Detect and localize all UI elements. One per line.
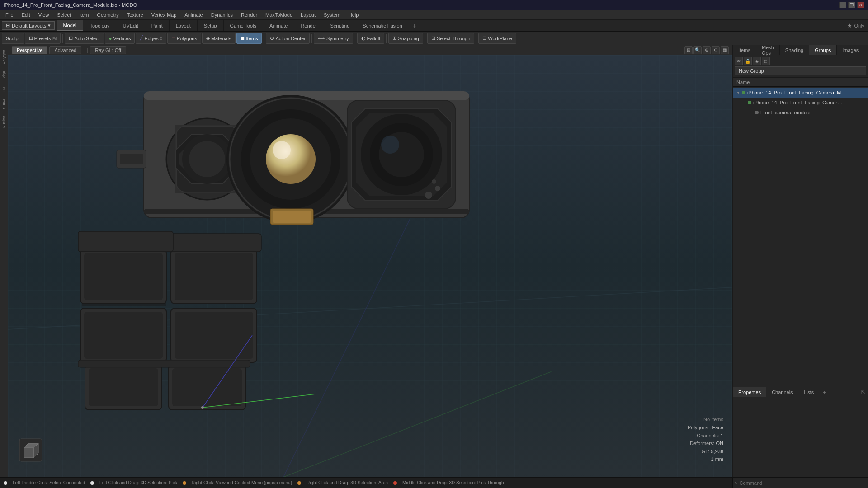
- menu-select[interactable]: Select: [53, 11, 75, 19]
- group-camera-icon[interactable]: □: [762, 57, 770, 65]
- new-group-button[interactable]: New Group: [735, 66, 866, 75]
- falloff-label: Falloff: [367, 36, 381, 41]
- sidebar-curve[interactable]: Curve: [1, 96, 7, 112]
- polygons-button[interactable]: ◻ Polygons: [167, 33, 201, 44]
- main-tabs-bar: ⊞ Default Layouts ▾ Model Topology UVEdi…: [0, 20, 868, 32]
- prop-add-tab-button[interactable]: +: [819, 387, 829, 397]
- menu-item[interactable]: Item: [75, 11, 92, 19]
- tree-item-child1[interactable]: — iPhone_14_Pro_Front_Facing_Camera_Modu…: [733, 98, 868, 108]
- tab-model[interactable]: Model: [57, 20, 83, 31]
- viewport[interactable]: Perspective Advanced | Ray GL: Off ⊞ 🔍 ⊕…: [8, 45, 732, 477]
- prop-expand-button[interactable]: ⇱: [859, 387, 868, 397]
- menu-vertexmap[interactable]: Vertex Map: [148, 11, 180, 19]
- group-lock-icon[interactable]: 🔒: [744, 57, 752, 65]
- rp-tab-items[interactable]: Items: [733, 45, 756, 55]
- tree-item-root[interactable]: iPhone_14_Pro_Front_Facing_Camera_Modul.…: [733, 88, 868, 98]
- autoselect-button[interactable]: ⊡ Auto Select: [65, 33, 104, 44]
- svg-rect-32: [120, 154, 143, 164]
- vp-settings-button[interactable]: ⚙: [712, 46, 720, 54]
- scene-tree[interactable]: iPhone_14_Pro_Front_Facing_Camera_Modul.…: [733, 87, 868, 238]
- vp-raygl[interactable]: Ray GL: Off: [90, 46, 126, 54]
- materials-button[interactable]: ◈ Materials: [202, 33, 236, 44]
- status-text-5: Middle Click and Drag: 3D Selection: Pic…: [402, 480, 504, 485]
- group-controls: 👁 🔒 ◈ □: [735, 57, 866, 65]
- workplane-button[interactable]: ⊟ WorkPlane: [478, 33, 516, 44]
- menu-edit[interactable]: Edit: [18, 11, 34, 19]
- menu-layout[interactable]: Layout: [297, 11, 319, 19]
- maximize-button[interactable]: ❐: [848, 2, 855, 8]
- rp-tab-shading[interactable]: Shading: [780, 45, 809, 55]
- tab-gametools[interactable]: Game Tools: [224, 20, 264, 31]
- menu-system[interactable]: System: [320, 11, 344, 19]
- menu-view[interactable]: View: [35, 11, 53, 19]
- minimize-button[interactable]: —: [839, 2, 846, 8]
- menu-geometry[interactable]: Geometry: [93, 11, 122, 19]
- menu-file[interactable]: File: [2, 11, 17, 19]
- vertices-button[interactable]: ● Vertices: [105, 33, 135, 44]
- tab-topology[interactable]: Topology: [83, 20, 116, 31]
- visibility-dot-child2[interactable]: [755, 111, 759, 114]
- main-content: Polygon Edge UV Curve Fusion Perspective…: [0, 45, 868, 477]
- tree-expand-icon-root[interactable]: [736, 90, 740, 95]
- sidebar-fusion[interactable]: Fusion: [1, 113, 7, 131]
- sidebar-polygon[interactable]: Polygon: [1, 47, 7, 67]
- star-icon[interactable]: ★: [847, 23, 852, 29]
- vp-grid-button[interactable]: ⊞: [684, 46, 693, 54]
- tab-schematic[interactable]: Schematic Fusion: [356, 20, 409, 31]
- visibility-dot-root[interactable]: [742, 91, 745, 94]
- menu-dynamics[interactable]: Dynamics: [208, 11, 236, 19]
- actioncenter-button[interactable]: ⊕ Action Center: [266, 33, 310, 44]
- window-controls[interactable]: — ❐ ✕: [839, 2, 864, 8]
- items-button[interactable]: ◼ Items: [236, 33, 262, 44]
- sidebar-uv[interactable]: UV: [1, 84, 7, 95]
- visibility-dot-child1[interactable]: [748, 101, 751, 104]
- presets-button[interactable]: ⊞ Presets Fil: [25, 33, 61, 44]
- symmetry-button[interactable]: ⟺ Symmetry: [314, 33, 353, 44]
- command-input[interactable]: [739, 480, 866, 486]
- sidebar-edge[interactable]: Edge: [1, 68, 7, 83]
- close-button[interactable]: ✕: [857, 2, 864, 8]
- prop-tab-lists[interactable]: Lists: [798, 387, 820, 397]
- rp-tab-meshops[interactable]: Mesh Ops: [756, 45, 780, 55]
- svg-rect-55: [24, 448, 34, 458]
- menu-maxtomodo[interactable]: MaxToModo: [262, 11, 296, 19]
- rp-add-tab-button[interactable]: +: [864, 45, 868, 55]
- vp-layout-button[interactable]: ▦: [721, 46, 729, 54]
- snapping-button[interactable]: ⊞ Snapping: [388, 33, 423, 44]
- svg-rect-37: [82, 303, 166, 306]
- tab-layout[interactable]: Layout: [170, 20, 198, 31]
- vp-center-button[interactable]: ⊕: [703, 46, 711, 54]
- tab-uvedit[interactable]: UVEdit: [116, 20, 145, 31]
- right-panel: Items Mesh Ops Shading Groups Images + ✕…: [732, 45, 868, 477]
- vp-tab-advanced[interactable]: Advanced: [49, 46, 81, 54]
- menu-help[interactable]: Help: [345, 11, 363, 19]
- group-vis-icon[interactable]: 👁: [735, 57, 743, 65]
- prop-tab-properties[interactable]: Properties: [733, 387, 766, 397]
- vp-zoom-button[interactable]: 🔍: [693, 46, 702, 54]
- vertices-label: Vertices: [113, 36, 131, 41]
- tab-render[interactable]: Render: [294, 20, 324, 31]
- menu-animate[interactable]: Animate: [181, 11, 206, 19]
- falloff-button[interactable]: ◐ Falloff: [357, 33, 385, 44]
- tab-setup[interactable]: Setup: [198, 20, 224, 31]
- menu-texture[interactable]: Texture: [123, 11, 147, 19]
- tree-item-root-label: iPhone_14_Pro_Front_Facing_Camera_Modul.…: [747, 90, 847, 95]
- svg-point-53: [201, 406, 204, 409]
- tab-paint[interactable]: Paint: [145, 20, 170, 31]
- selectthrough-button[interactable]: ⊡ Select Through: [427, 33, 474, 44]
- tree-item-child2[interactable]: — Front_camera_module: [733, 108, 868, 117]
- edges-count: 2: [160, 36, 162, 41]
- tab-animate[interactable]: Animate: [263, 20, 294, 31]
- prop-tab-channels[interactable]: Channels: [766, 387, 798, 397]
- group-render-icon[interactable]: ◈: [753, 57, 761, 65]
- tab-scripting[interactable]: Scripting: [324, 20, 357, 31]
- name-column-header: Name: [736, 80, 750, 85]
- sculpt-button[interactable]: Sculpt: [2, 33, 24, 44]
- add-tab-button[interactable]: +: [409, 20, 420, 31]
- layout-selector[interactable]: ⊞ Default Layouts ▾: [2, 21, 55, 30]
- menu-render[interactable]: Render: [237, 11, 261, 19]
- vp-tab-perspective[interactable]: Perspective: [12, 46, 47, 54]
- rp-tab-groups[interactable]: Groups: [809, 45, 837, 55]
- edges-button[interactable]: ╱ Edges 2: [136, 33, 166, 44]
- rp-tab-images[interactable]: Images: [837, 45, 864, 55]
